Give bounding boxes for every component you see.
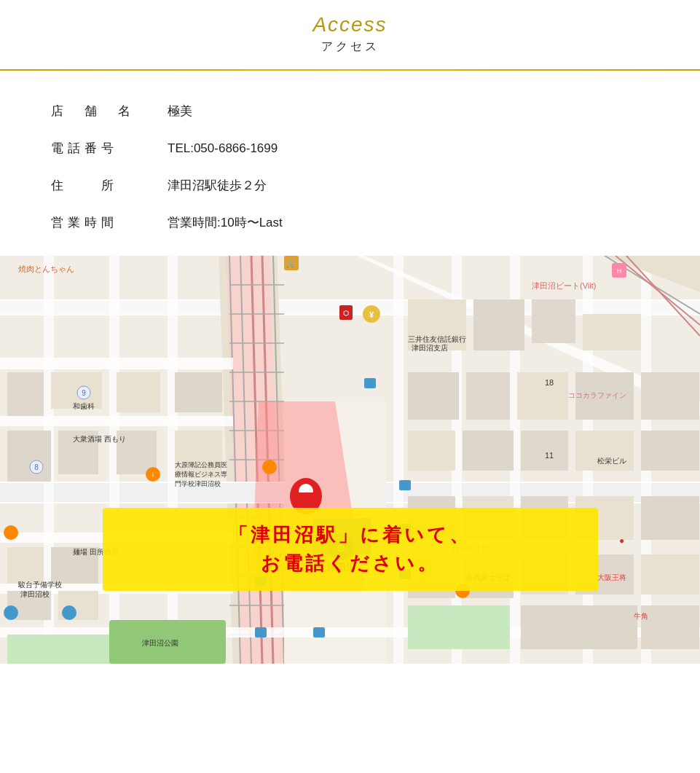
- svg-text:大衆酒場 西もり: 大衆酒場 西もり: [73, 435, 126, 443]
- svg-text:津田沼校: 津田沼校: [20, 590, 50, 598]
- map-section: ⊙ 津田沼 焼肉とんちゃん 和歯科 大衆酒場 西もり 津田沼ビート(Viit) …: [0, 256, 700, 664]
- svg-point-131: [62, 605, 76, 620]
- svg-rect-65: [641, 372, 699, 420]
- svg-text:9: 9: [82, 389, 86, 397]
- svg-rect-83: [641, 605, 699, 649]
- svg-text:駿台予備学校: 駿台予備学校: [17, 581, 62, 589]
- svg-point-130: [4, 605, 18, 620]
- svg-rect-66: [408, 431, 455, 471]
- svg-rect-48: [117, 372, 160, 412]
- info-label: 住 所: [44, 167, 160, 204]
- banner-line2: お電話ください。: [261, 552, 439, 574]
- svg-text:津田沼公園: 津田沼公園: [142, 639, 178, 647]
- svg-rect-81: [408, 605, 510, 649]
- svg-rect-59: [532, 299, 575, 343]
- svg-rect-44: [7, 372, 44, 416]
- info-table: 店 舗 名 極美 電話番号 TEL:050-6866-1699 住 所 津田沼駅…: [44, 93, 656, 241]
- info-value: 極美: [160, 93, 656, 130]
- svg-text:i: i: [152, 471, 154, 479]
- svg-point-128: [4, 525, 18, 540]
- svg-text:和歯科: 和歯科: [73, 402, 95, 410]
- svg-rect-75: [641, 496, 699, 540]
- svg-rect-67: [463, 431, 514, 471]
- header-title-jp: アクセス: [0, 39, 700, 55]
- info-value: 津田沼駅徒歩２分: [160, 167, 656, 204]
- info-value: 営業時間:10時〜Last: [160, 204, 656, 241]
- svg-text:H: H: [617, 267, 622, 275]
- svg-rect-125: [313, 627, 325, 637]
- info-row: 電話番号 TEL:050-6866-1699: [44, 130, 656, 167]
- info-row: 営業時間 営業時間:10時〜Last: [44, 204, 656, 241]
- svg-text:●: ●: [619, 535, 624, 546]
- svg-rect-61: [408, 372, 459, 420]
- svg-rect-70: [641, 431, 699, 471]
- svg-text:三井住友信託銀行: 三井住友信託銀行: [408, 335, 466, 343]
- info-row: 店 舗 名 極美: [44, 93, 656, 130]
- svg-text:⬡: ⬡: [343, 310, 349, 317]
- map-banner-text: 「津田沼駅」に着いて、 お電話ください。: [132, 521, 569, 578]
- svg-text:津田沼ビート(Viit): 津田沼ビート(Viit): [532, 281, 596, 290]
- svg-text:大阪王将: 大阪王将: [597, 573, 626, 581]
- map-banner: 「津田沼駅」に着いて、 お電話ください。: [103, 508, 598, 591]
- svg-rect-119: [364, 378, 376, 388]
- svg-rect-35: [393, 256, 404, 664]
- svg-rect-50: [175, 372, 222, 412]
- map-svg: ⊙ 津田沼 焼肉とんちゃん 和歯科 大衆酒場 西もり 津田沼ビート(Viit) …: [0, 256, 700, 664]
- info-row: 住 所 津田沼駅徒歩２分: [44, 167, 656, 204]
- svg-rect-80: [641, 554, 699, 595]
- svg-point-132: [262, 460, 277, 474]
- svg-text:焼肉とんちゃん: 焼肉とんちゃん: [18, 264, 74, 273]
- svg-text:🛒: 🛒: [286, 258, 296, 268]
- svg-rect-124: [255, 627, 267, 637]
- svg-text:8: 8: [34, 463, 39, 471]
- svg-text:松栄ビル: 松栄ビル: [597, 457, 626, 465]
- svg-rect-52: [7, 547, 44, 584]
- info-label: 店 舗 名: [44, 93, 160, 130]
- svg-text:門学校津田沼校: 門学校津田沼校: [175, 480, 221, 487]
- header-title-en: Access: [0, 13, 700, 36]
- svg-text:療情報ビジネス専: 療情報ビジネス専: [175, 471, 227, 478]
- banner-line1: 「津田沼駅」に着いて、: [229, 524, 471, 546]
- svg-rect-62: [466, 372, 510, 420]
- svg-text:ココカラファイン: ココカラファイン: [568, 391, 626, 399]
- info-label: 営業時間: [44, 204, 160, 241]
- info-section: 店 舗 名 極美 電話番号 TEL:050-6866-1699 住 所 津田沼駅…: [0, 71, 700, 256]
- svg-rect-58: [473, 299, 524, 350]
- svg-text:¥: ¥: [369, 310, 374, 319]
- svg-text:大原簿記公務員医: 大原簿記公務員医: [175, 461, 227, 468]
- svg-rect-82: [521, 605, 637, 649]
- page-container: Access アクセス 店 舗 名 極美 電話番号 TEL:050-6866-1…: [0, 0, 700, 664]
- info-label: 電話番号: [44, 130, 160, 167]
- info-value: TEL:050-6866-1699: [160, 130, 656, 167]
- svg-text:11: 11: [545, 451, 554, 460]
- svg-rect-60: [583, 314, 641, 350]
- svg-text:津田沼支店: 津田沼支店: [412, 344, 448, 352]
- svg-rect-46: [7, 431, 51, 482]
- header-section: Access アクセス: [0, 0, 700, 63]
- svg-text:18: 18: [545, 378, 554, 387]
- svg-rect-63: [517, 372, 568, 420]
- svg-text:牛角: 牛角: [634, 612, 648, 620]
- svg-rect-120: [399, 480, 411, 490]
